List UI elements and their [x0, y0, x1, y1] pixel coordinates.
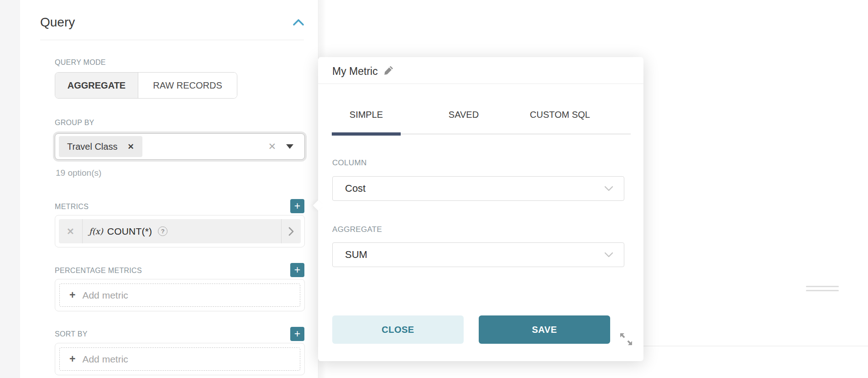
chevron-down-icon — [604, 185, 614, 192]
expand-popover-handle[interactable] — [618, 331, 634, 347]
chevron-down-icon — [604, 252, 614, 258]
popover-header-divider — [318, 84, 643, 84]
add-metric-button[interactable]: + — [290, 199, 304, 213]
expand-icon — [618, 331, 634, 347]
tab-custom-sql[interactable]: CUSTOM SQL — [526, 110, 594, 121]
column-label: COLUMN — [332, 158, 366, 168]
pencil-icon — [383, 65, 394, 76]
percentage-metrics-container: + Add metric — [55, 279, 305, 311]
add-sort-by-dropzone[interactable]: + Add metric — [59, 347, 300, 371]
sort-by-label: SORT BY — [55, 330, 88, 338]
metric-editor-popover: My Metric SIMPLE SAVED CUSTOM SQL COLUMN… — [318, 57, 643, 361]
metric-expand-caret[interactable] — [281, 219, 301, 243]
metrics-container: ✕ ƒ(x) COUNT(*) ? — [55, 215, 305, 247]
add-percentage-metric-button[interactable]: + — [290, 263, 304, 277]
explore-screen: Query QUERY MODE AGGREGATE RAW RECORDS G… — [0, 0, 868, 378]
tag-remove-icon[interactable]: ✕ — [127, 142, 134, 152]
select-clear-icon[interactable]: ✕ — [268, 141, 276, 152]
sort-by-container: + Add metric — [55, 343, 305, 375]
function-icon: ƒ(x) — [89, 226, 103, 236]
section-divider — [40, 40, 304, 40]
chevron-right-icon — [288, 226, 294, 236]
active-tab-indicator — [332, 132, 401, 136]
query-mode-aggregate-button[interactable]: AGGREGATE — [55, 73, 138, 98]
add-metric-placeholder: Add metric — [82, 354, 128, 365]
query-mode-raw-records-button[interactable]: RAW RECORDS — [138, 73, 237, 98]
query-mode-toggle: AGGREGATE RAW RECORDS — [55, 72, 237, 99]
column-select-value: Cost — [345, 183, 604, 194]
help-icon: ? — [158, 226, 167, 236]
group-by-tag: Travel Class ✕ — [59, 136, 142, 157]
query-mode-label: QUERY MODE — [55, 58, 106, 67]
group-by-tag-label: Travel Class — [67, 142, 117, 152]
aggregate-label: AGGREGATE — [332, 225, 382, 234]
add-sort-by-button[interactable]: + — [290, 327, 304, 341]
group-by-select[interactable]: Travel Class ✕ ✕ — [55, 133, 305, 160]
add-metric-placeholder: Add metric — [82, 290, 128, 301]
save-button[interactable]: SAVE — [479, 315, 610, 344]
edit-title-button[interactable] — [383, 65, 394, 78]
plus-icon: + — [294, 201, 300, 211]
collapse-section-button[interactable] — [292, 17, 305, 28]
plus-icon: + — [69, 290, 75, 300]
percentage-metrics-label: PERCENTAGE METRICS — [55, 267, 142, 275]
plus-icon: + — [294, 265, 300, 275]
popover-title: My Metric — [332, 65, 378, 78]
group-by-label: GROUP BY — [55, 119, 94, 127]
plus-icon: + — [294, 329, 300, 339]
metrics-label: METRICS — [55, 203, 89, 211]
aggregate-select-value: SUM — [345, 249, 604, 261]
tab-simple[interactable]: SIMPLE — [332, 110, 401, 121]
resize-drag-handle[interactable] — [806, 290, 839, 291]
close-button[interactable]: CLOSE — [332, 315, 464, 344]
resize-drag-handle[interactable] — [806, 286, 839, 287]
left-gutter — [0, 0, 20, 378]
chevron-up-icon — [292, 17, 305, 28]
plus-icon: + — [69, 354, 75, 364]
add-percentage-metric-dropzone[interactable]: + Add metric — [59, 284, 300, 307]
panel-title: Query — [40, 15, 75, 30]
metric-remove-icon[interactable]: ✕ — [59, 219, 83, 243]
query-control-panel: Query QUERY MODE AGGREGATE RAW RECORDS G… — [20, 0, 319, 378]
group-by-helper-text: 19 option(s) — [56, 168, 101, 178]
aggregate-select[interactable]: SUM — [332, 242, 624, 267]
tab-saved[interactable]: SAVED — [429, 110, 498, 121]
column-select[interactable]: Cost — [332, 176, 624, 201]
caret-down-icon[interactable] — [286, 144, 293, 149]
metric-name: COUNT(*) — [107, 226, 152, 237]
metric-pill[interactable]: ✕ ƒ(x) COUNT(*) ? — [59, 219, 301, 243]
